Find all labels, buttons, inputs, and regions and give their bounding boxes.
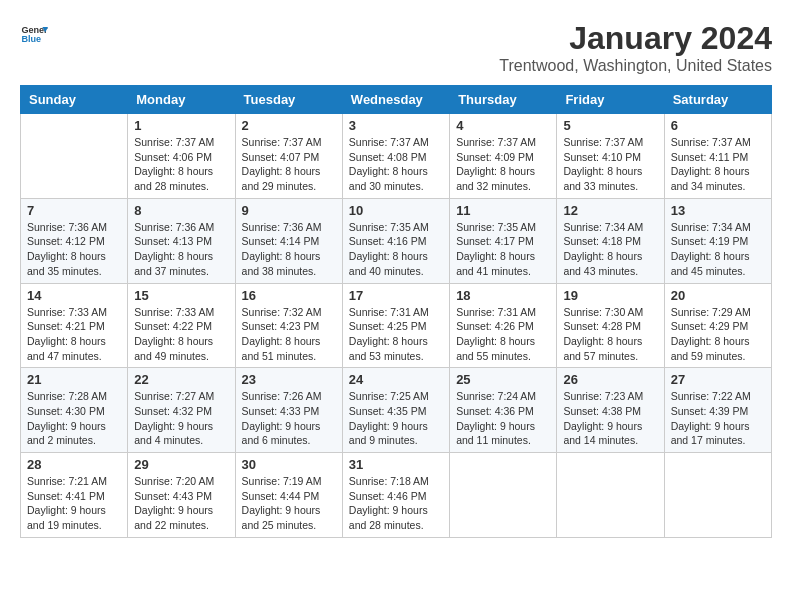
week-row-5: 28 Sunrise: 7:21 AMSunset: 4:41 PMDaylig… <box>21 453 772 538</box>
calendar-cell: 23 Sunrise: 7:26 AMSunset: 4:33 PMDaylig… <box>235 368 342 453</box>
calendar-cell: 5 Sunrise: 7:37 AMSunset: 4:10 PMDayligh… <box>557 114 664 199</box>
week-row-1: 1 Sunrise: 7:37 AMSunset: 4:06 PMDayligh… <box>21 114 772 199</box>
day-info: Sunrise: 7:34 AMSunset: 4:18 PMDaylight:… <box>563 220 657 279</box>
calendar-cell: 15 Sunrise: 7:33 AMSunset: 4:22 PMDaylig… <box>128 283 235 368</box>
day-info: Sunrise: 7:37 AMSunset: 4:08 PMDaylight:… <box>349 135 443 194</box>
day-info: Sunrise: 7:23 AMSunset: 4:38 PMDaylight:… <box>563 389 657 448</box>
day-number: 10 <box>349 203 443 218</box>
day-number: 30 <box>242 457 336 472</box>
week-row-4: 21 Sunrise: 7:28 AMSunset: 4:30 PMDaylig… <box>21 368 772 453</box>
calendar-cell <box>450 453 557 538</box>
calendar-cell: 9 Sunrise: 7:36 AMSunset: 4:14 PMDayligh… <box>235 198 342 283</box>
location-title: Trentwood, Washington, United States <box>499 57 772 75</box>
calendar-cell: 29 Sunrise: 7:20 AMSunset: 4:43 PMDaylig… <box>128 453 235 538</box>
month-title: January 2024 <box>499 20 772 57</box>
week-row-3: 14 Sunrise: 7:33 AMSunset: 4:21 PMDaylig… <box>21 283 772 368</box>
day-info: Sunrise: 7:34 AMSunset: 4:19 PMDaylight:… <box>671 220 765 279</box>
calendar-cell: 1 Sunrise: 7:37 AMSunset: 4:06 PMDayligh… <box>128 114 235 199</box>
logo: General Blue <box>20 20 48 48</box>
calendar-cell: 19 Sunrise: 7:30 AMSunset: 4:28 PMDaylig… <box>557 283 664 368</box>
header-thursday: Thursday <box>450 86 557 114</box>
header-sunday: Sunday <box>21 86 128 114</box>
calendar-cell <box>664 453 771 538</box>
day-info: Sunrise: 7:30 AMSunset: 4:28 PMDaylight:… <box>563 305 657 364</box>
calendar-cell: 10 Sunrise: 7:35 AMSunset: 4:16 PMDaylig… <box>342 198 449 283</box>
day-info: Sunrise: 7:37 AMSunset: 4:10 PMDaylight:… <box>563 135 657 194</box>
calendar-cell: 2 Sunrise: 7:37 AMSunset: 4:07 PMDayligh… <box>235 114 342 199</box>
day-info: Sunrise: 7:21 AMSunset: 4:41 PMDaylight:… <box>27 474 121 533</box>
day-number: 24 <box>349 372 443 387</box>
calendar-cell: 6 Sunrise: 7:37 AMSunset: 4:11 PMDayligh… <box>664 114 771 199</box>
calendar-cell: 28 Sunrise: 7:21 AMSunset: 4:41 PMDaylig… <box>21 453 128 538</box>
header-friday: Friday <box>557 86 664 114</box>
calendar-cell: 25 Sunrise: 7:24 AMSunset: 4:36 PMDaylig… <box>450 368 557 453</box>
week-row-2: 7 Sunrise: 7:36 AMSunset: 4:12 PMDayligh… <box>21 198 772 283</box>
day-number: 31 <box>349 457 443 472</box>
day-number: 3 <box>349 118 443 133</box>
day-number: 29 <box>134 457 228 472</box>
day-number: 18 <box>456 288 550 303</box>
day-info: Sunrise: 7:37 AMSunset: 4:11 PMDaylight:… <box>671 135 765 194</box>
day-number: 25 <box>456 372 550 387</box>
calendar: SundayMondayTuesdayWednesdayThursdayFrid… <box>20 85 772 538</box>
calendar-cell <box>21 114 128 199</box>
day-number: 14 <box>27 288 121 303</box>
day-info: Sunrise: 7:22 AMSunset: 4:39 PMDaylight:… <box>671 389 765 448</box>
day-info: Sunrise: 7:25 AMSunset: 4:35 PMDaylight:… <box>349 389 443 448</box>
calendar-cell: 11 Sunrise: 7:35 AMSunset: 4:17 PMDaylig… <box>450 198 557 283</box>
day-number: 23 <box>242 372 336 387</box>
day-info: Sunrise: 7:36 AMSunset: 4:12 PMDaylight:… <box>27 220 121 279</box>
day-number: 21 <box>27 372 121 387</box>
day-info: Sunrise: 7:26 AMSunset: 4:33 PMDaylight:… <box>242 389 336 448</box>
day-number: 2 <box>242 118 336 133</box>
calendar-cell: 12 Sunrise: 7:34 AMSunset: 4:18 PMDaylig… <box>557 198 664 283</box>
calendar-cell: 30 Sunrise: 7:19 AMSunset: 4:44 PMDaylig… <box>235 453 342 538</box>
header-monday: Monday <box>128 86 235 114</box>
day-info: Sunrise: 7:36 AMSunset: 4:14 PMDaylight:… <box>242 220 336 279</box>
day-info: Sunrise: 7:33 AMSunset: 4:22 PMDaylight:… <box>134 305 228 364</box>
calendar-cell: 14 Sunrise: 7:33 AMSunset: 4:21 PMDaylig… <box>21 283 128 368</box>
day-info: Sunrise: 7:28 AMSunset: 4:30 PMDaylight:… <box>27 389 121 448</box>
day-info: Sunrise: 7:36 AMSunset: 4:13 PMDaylight:… <box>134 220 228 279</box>
day-info: Sunrise: 7:19 AMSunset: 4:44 PMDaylight:… <box>242 474 336 533</box>
day-number: 27 <box>671 372 765 387</box>
day-info: Sunrise: 7:35 AMSunset: 4:16 PMDaylight:… <box>349 220 443 279</box>
day-info: Sunrise: 7:32 AMSunset: 4:23 PMDaylight:… <box>242 305 336 364</box>
day-info: Sunrise: 7:35 AMSunset: 4:17 PMDaylight:… <box>456 220 550 279</box>
day-number: 1 <box>134 118 228 133</box>
calendar-cell: 16 Sunrise: 7:32 AMSunset: 4:23 PMDaylig… <box>235 283 342 368</box>
day-number: 4 <box>456 118 550 133</box>
calendar-header-row: SundayMondayTuesdayWednesdayThursdayFrid… <box>21 86 772 114</box>
calendar-cell: 18 Sunrise: 7:31 AMSunset: 4:26 PMDaylig… <box>450 283 557 368</box>
day-number: 6 <box>671 118 765 133</box>
header-wednesday: Wednesday <box>342 86 449 114</box>
day-info: Sunrise: 7:37 AMSunset: 4:06 PMDaylight:… <box>134 135 228 194</box>
day-info: Sunrise: 7:27 AMSunset: 4:32 PMDaylight:… <box>134 389 228 448</box>
calendar-cell: 24 Sunrise: 7:25 AMSunset: 4:35 PMDaylig… <box>342 368 449 453</box>
day-number: 11 <box>456 203 550 218</box>
day-number: 5 <box>563 118 657 133</box>
calendar-cell: 3 Sunrise: 7:37 AMSunset: 4:08 PMDayligh… <box>342 114 449 199</box>
day-number: 9 <box>242 203 336 218</box>
day-number: 12 <box>563 203 657 218</box>
day-info: Sunrise: 7:37 AMSunset: 4:07 PMDaylight:… <box>242 135 336 194</box>
calendar-cell: 26 Sunrise: 7:23 AMSunset: 4:38 PMDaylig… <box>557 368 664 453</box>
day-number: 26 <box>563 372 657 387</box>
day-info: Sunrise: 7:33 AMSunset: 4:21 PMDaylight:… <box>27 305 121 364</box>
calendar-cell: 13 Sunrise: 7:34 AMSunset: 4:19 PMDaylig… <box>664 198 771 283</box>
day-info: Sunrise: 7:31 AMSunset: 4:26 PMDaylight:… <box>456 305 550 364</box>
day-number: 22 <box>134 372 228 387</box>
calendar-cell: 7 Sunrise: 7:36 AMSunset: 4:12 PMDayligh… <box>21 198 128 283</box>
day-number: 13 <box>671 203 765 218</box>
calendar-cell: 22 Sunrise: 7:27 AMSunset: 4:32 PMDaylig… <box>128 368 235 453</box>
calendar-cell: 21 Sunrise: 7:28 AMSunset: 4:30 PMDaylig… <box>21 368 128 453</box>
calendar-cell: 27 Sunrise: 7:22 AMSunset: 4:39 PMDaylig… <box>664 368 771 453</box>
header-tuesday: Tuesday <box>235 86 342 114</box>
calendar-cell: 20 Sunrise: 7:29 AMSunset: 4:29 PMDaylig… <box>664 283 771 368</box>
calendar-cell <box>557 453 664 538</box>
day-number: 19 <box>563 288 657 303</box>
day-number: 20 <box>671 288 765 303</box>
calendar-cell: 17 Sunrise: 7:31 AMSunset: 4:25 PMDaylig… <box>342 283 449 368</box>
day-info: Sunrise: 7:20 AMSunset: 4:43 PMDaylight:… <box>134 474 228 533</box>
day-info: Sunrise: 7:18 AMSunset: 4:46 PMDaylight:… <box>349 474 443 533</box>
